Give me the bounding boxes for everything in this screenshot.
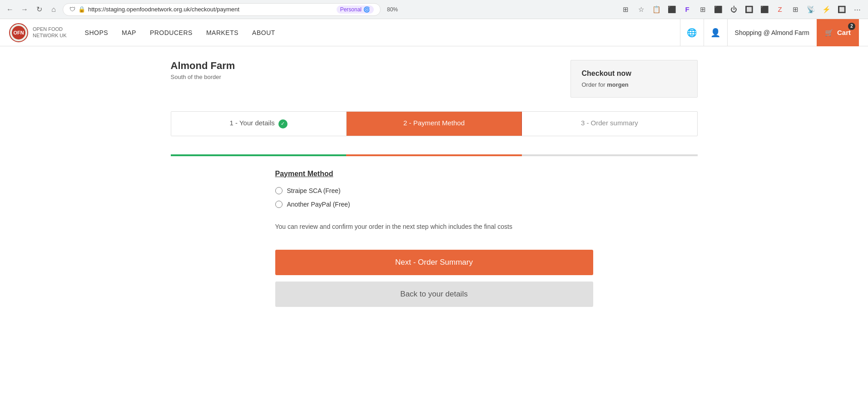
payment-section: Payment Method Straipe SCA (Free) Anothe… xyxy=(275,170,593,307)
globe-icon: 🌐 xyxy=(687,28,697,38)
security-icon: 🛡 xyxy=(69,6,75,13)
payment-options: Straipe SCA (Free) Another PayPal (Free) xyxy=(275,187,593,208)
shop-name: Almond Farm xyxy=(171,60,235,72)
paypal-radio[interactable] xyxy=(275,201,283,208)
shopping-label: Shopping @ Almond Farm xyxy=(727,19,817,46)
menu-button[interactable]: ⋯ xyxy=(851,3,863,16)
review-text: You can review and confirm your order in… xyxy=(275,222,593,232)
extension-11-button[interactable]: ⚡ xyxy=(820,3,833,16)
payment-title: Payment Method xyxy=(275,170,593,178)
browser-forward-button[interactable]: → xyxy=(19,4,30,15)
browser-back-button[interactable]: ← xyxy=(5,4,15,15)
logo-area[interactable]: OFN OPEN FOOD NETWORK UK xyxy=(9,23,67,42)
extension-10-button[interactable]: 📡 xyxy=(804,3,817,16)
extension-3-button[interactable]: ⊞ xyxy=(696,3,709,16)
url-path: /checkout/payment xyxy=(190,6,239,13)
personal-icon: 🌀 xyxy=(363,6,370,13)
browser-right-icons: ⊞ ☆ 📋 ⬛ F ⊞ ⬛ ⏻ 🔲 ⬛ Z ⊞ 📡 ⚡ 🔲 ⋯ xyxy=(619,3,863,16)
extension-9-button[interactable]: ⊞ xyxy=(789,3,802,16)
grid-view-button[interactable]: ⊞ xyxy=(619,3,632,16)
shop-info: Almond Farm South of the border xyxy=(171,60,235,80)
bookmark-button[interactable]: ☆ xyxy=(635,3,647,16)
logo-line1: OPEN FOOD xyxy=(33,26,67,32)
zoom-level: 80% xyxy=(384,5,401,14)
stripe-radio[interactable] xyxy=(275,187,283,194)
extension-7-button[interactable]: ⬛ xyxy=(758,3,771,16)
extension-4-button[interactable]: ⬛ xyxy=(712,3,724,16)
steps-progress xyxy=(171,154,698,156)
shop-subtitle: South of the border xyxy=(171,74,235,80)
step-3[interactable]: 3 - Order summary xyxy=(522,112,697,136)
order-user: morgen xyxy=(607,81,629,88)
url-domain: openfoodnetwork.org.uk xyxy=(127,6,190,13)
paypal-label[interactable]: Another PayPal (Free) xyxy=(287,201,350,208)
order-for-text: Order for xyxy=(582,81,605,88)
extension-6-button[interactable]: 🔲 xyxy=(743,3,755,16)
cart-count-badge: 2 xyxy=(848,23,855,30)
address-bar[interactable]: 🛡 🔒 https://staging.openfoodnetwork.org.… xyxy=(63,3,381,16)
steps-bar: 1 - Your details 2 - Payment Method 3 - … xyxy=(171,111,698,136)
nav-markets[interactable]: MARKETS xyxy=(206,29,238,36)
cart-label: Cart xyxy=(837,29,851,36)
logo-text: OPEN FOOD NETWORK UK xyxy=(33,26,67,38)
payment-option-paypal[interactable]: Another PayPal (Free) xyxy=(275,201,593,208)
checkout-steps: 1 - Your details 2 - Payment Method 3 - … xyxy=(171,111,698,156)
extension-8-button[interactable]: Z xyxy=(774,3,786,16)
personal-label: Personal xyxy=(340,6,362,13)
logo-inner: OFN xyxy=(12,26,25,40)
logo-line2: NETWORK UK xyxy=(33,33,67,39)
main-content: Almond Farm South of the border Checkout… xyxy=(162,46,707,334)
back-to-details-button[interactable]: Back to your details xyxy=(275,282,593,307)
step-1[interactable]: 1 - Your details xyxy=(171,112,347,136)
progress-step3 xyxy=(522,154,698,156)
reading-list-button[interactable]: 📋 xyxy=(650,3,663,16)
step-2[interactable]: 2 - Payment Method xyxy=(347,112,522,136)
url-display: https://staging.openfoodnetwork.org.uk/c… xyxy=(88,6,239,13)
url-prefix: https://staging. xyxy=(88,6,127,13)
next-order-summary-button[interactable]: Next - Order Summary xyxy=(275,250,593,275)
nav-about[interactable]: ABOUT xyxy=(252,29,275,36)
cart-icon: 🛒 xyxy=(825,29,833,37)
nav-producers[interactable]: PRODUCERS xyxy=(150,29,193,36)
shop-header: Almond Farm South of the border Checkout… xyxy=(171,60,698,98)
logo-circle: OFN xyxy=(9,23,28,42)
extension-5-button[interactable]: ⏻ xyxy=(727,3,740,16)
user-icon: 👤 xyxy=(710,28,720,38)
globe-icon-button[interactable]: 🌐 xyxy=(680,19,704,46)
extension-1-button[interactable]: ⬛ xyxy=(665,3,678,16)
stripe-label[interactable]: Straipe SCA (Free) xyxy=(287,187,341,194)
browser-home-button[interactable]: ⌂ xyxy=(48,4,59,15)
progress-step1 xyxy=(171,154,347,156)
progress-step2 xyxy=(346,154,522,156)
nav-right: 🌐 👤 Shopping @ Almond Farm 🛒 Cart 2 xyxy=(680,19,859,46)
browser-refresh-button[interactable]: ↻ xyxy=(34,4,45,15)
checkout-panel: Checkout now Order for morgen xyxy=(570,60,698,98)
payment-option-stripe[interactable]: Straipe SCA (Free) xyxy=(275,187,593,194)
nav-links: SHOPS MAP PRODUCERS MARKETS ABOUT xyxy=(85,29,680,36)
browser-chrome: ← → ↻ ⌂ 🛡 🔒 https://staging.openfoodnetw… xyxy=(0,0,868,19)
extension-2-button[interactable]: F xyxy=(681,3,694,16)
top-navigation: OFN OPEN FOOD NETWORK UK SHOPS MAP PRODU… xyxy=(0,19,868,46)
checkout-panel-order: Order for morgen xyxy=(582,81,686,88)
user-icon-button[interactable]: 👤 xyxy=(704,19,727,46)
lock-icon: 🔒 xyxy=(78,6,85,13)
nav-shops[interactable]: SHOPS xyxy=(85,29,109,36)
cart-button[interactable]: 🛒 Cart 2 xyxy=(817,19,859,46)
personal-badge: Personal 🌀 xyxy=(337,5,374,14)
nav-map[interactable]: MAP xyxy=(122,29,136,36)
checkout-panel-title: Checkout now xyxy=(582,69,686,78)
extension-12-button[interactable]: 🔲 xyxy=(835,3,848,16)
